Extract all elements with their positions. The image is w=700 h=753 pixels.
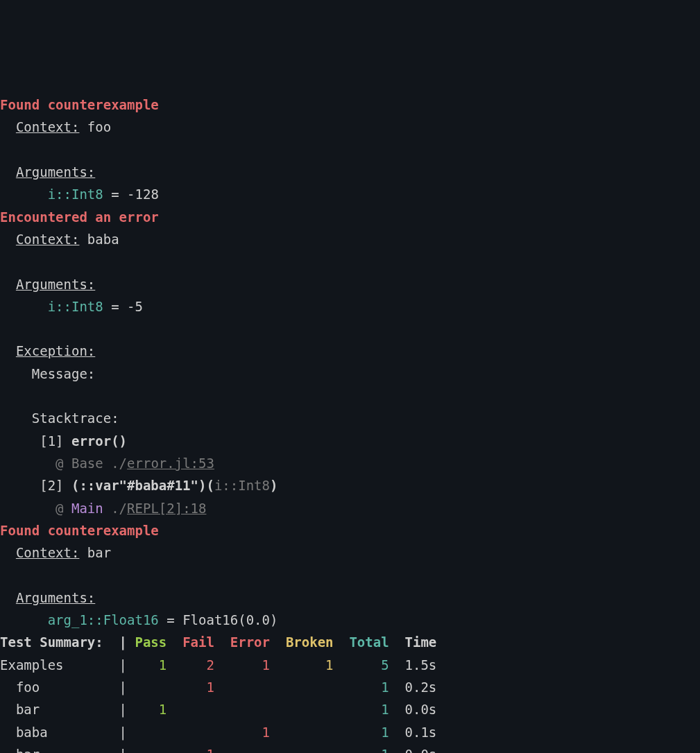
cell-time: 1.5s bbox=[405, 657, 437, 673]
arg-type: Float16 bbox=[103, 612, 159, 628]
summary-data-row: bar | 1 1 0.0s bbox=[0, 743, 700, 753]
cell-broken bbox=[286, 702, 334, 717]
frame-index: [1] bbox=[40, 433, 71, 449]
cell-error bbox=[230, 680, 270, 695]
arguments-label: Arguments: bbox=[16, 590, 95, 605]
cell-error: 1 bbox=[230, 657, 270, 673]
context-value: bar bbox=[87, 545, 111, 560]
frame-arg: i::Int8 bbox=[214, 478, 270, 493]
section-heading: Found counterexample bbox=[0, 523, 159, 538]
col-pass: Pass bbox=[135, 634, 167, 650]
context-value: foo bbox=[87, 119, 111, 135]
cell-fail: 2 bbox=[182, 657, 214, 673]
arg-type: Int8 bbox=[71, 299, 103, 314]
context-row: Context: bar bbox=[0, 542, 700, 564]
terminal-output: Found counterexample Context: foo Argume… bbox=[0, 94, 700, 753]
cell-pass: 1 bbox=[135, 702, 167, 717]
blank-line bbox=[0, 142, 8, 157]
cell-total: 5 bbox=[349, 657, 389, 673]
cell-broken: 1 bbox=[286, 657, 334, 673]
cell-fail: 1 bbox=[182, 680, 214, 695]
arg-name: i bbox=[48, 299, 56, 314]
row-name: bar bbox=[0, 747, 111, 753]
frame-file: REPL[2]:18 bbox=[127, 501, 206, 516]
cell-total: 1 bbox=[349, 725, 389, 740]
context-row: Context: baba bbox=[0, 228, 700, 250]
col-error: Error bbox=[230, 634, 270, 650]
cell-broken bbox=[286, 747, 334, 753]
frame-module: Base bbox=[71, 456, 103, 471]
cell-time: 0.0s bbox=[405, 702, 437, 717]
summary-data-row: baba | 1 1 0.1s bbox=[0, 721, 700, 743]
row-name: bar bbox=[0, 702, 111, 717]
cell-total: 1 bbox=[349, 680, 389, 695]
row-name: foo bbox=[0, 680, 111, 695]
cell-pass bbox=[135, 747, 167, 753]
frame-signature: error() bbox=[71, 433, 127, 449]
exception-label: Exception: bbox=[16, 343, 95, 358]
col-fail: Fail bbox=[182, 634, 214, 650]
cell-time: 0.1s bbox=[405, 725, 437, 740]
stacktrace-label-row: Stacktrace: bbox=[0, 407, 700, 429]
argument-row: i::Int8 = -5 bbox=[0, 295, 700, 318]
cell-error bbox=[230, 747, 270, 753]
stack-frame-row: [1] error() bbox=[0, 430, 700, 452]
arg-value: -128 bbox=[127, 187, 159, 202]
section-heading-row: Encountered an error bbox=[0, 206, 700, 228]
blank-line bbox=[0, 321, 8, 336]
argument-row: i::Int8 = -128 bbox=[0, 183, 700, 205]
cell-time: 0.0s bbox=[405, 747, 437, 753]
arguments-label-row: Arguments: bbox=[0, 587, 700, 609]
context-label: Context: bbox=[16, 119, 80, 135]
arg-name: arg_1 bbox=[48, 612, 87, 628]
frame-index: [2] bbox=[40, 478, 71, 493]
cell-broken bbox=[286, 725, 334, 740]
cell-broken bbox=[286, 680, 334, 695]
col-broken: Broken bbox=[286, 634, 334, 650]
summary-data-row: bar | 1 1 0.0s bbox=[0, 698, 700, 720]
arg-type: Int8 bbox=[71, 187, 103, 202]
context-label: Context: bbox=[16, 545, 80, 560]
at-symbol: @ bbox=[56, 501, 71, 516]
cell-total: 1 bbox=[349, 747, 389, 753]
blank-line bbox=[0, 254, 8, 269]
arguments-label-row: Arguments: bbox=[0, 161, 700, 183]
section-heading: Encountered an error bbox=[0, 209, 159, 225]
frame-signature: (::var"#baba#11")( bbox=[71, 478, 214, 493]
cell-fail bbox=[182, 725, 214, 740]
arg-value: -5 bbox=[127, 299, 143, 314]
stack-location-row: @ Main ./REPL[2]:18 bbox=[0, 497, 700, 519]
arguments-label: Arguments: bbox=[16, 164, 95, 180]
col-time: Time bbox=[405, 634, 437, 650]
argument-row: arg_1::Float16 = Float16(0.0) bbox=[0, 609, 700, 631]
context-value: baba bbox=[87, 232, 119, 247]
cell-fail bbox=[182, 702, 214, 717]
blank-line bbox=[0, 388, 8, 404]
summary-header-row: Test Summary: | Pass Fail Error Broken T… bbox=[0, 631, 700, 653]
row-name: Examples bbox=[0, 657, 111, 673]
cell-fail: 1 bbox=[182, 747, 214, 753]
cell-total: 1 bbox=[349, 702, 389, 717]
cell-error bbox=[230, 702, 270, 717]
arguments-label: Arguments: bbox=[16, 277, 95, 292]
stack-location-row: @ Base ./error.jl:53 bbox=[0, 452, 700, 474]
exception-label-row: Exception: bbox=[0, 340, 700, 362]
cell-error: 1 bbox=[230, 725, 270, 740]
frame-file: error.jl:53 bbox=[127, 456, 214, 471]
stacktrace-label: Stacktrace: bbox=[32, 410, 119, 426]
frame-module: Main bbox=[71, 501, 103, 516]
arguments-label-row: Arguments: bbox=[0, 273, 700, 295]
cell-time: 0.2s bbox=[405, 680, 437, 695]
summary-data-row: Examples | 1 2 1 1 5 1.5s bbox=[0, 654, 700, 676]
summary-data-row: foo | 1 1 0.2s bbox=[0, 676, 700, 698]
cell-pass bbox=[135, 680, 167, 695]
cell-pass bbox=[135, 725, 167, 740]
context-label: Context: bbox=[16, 232, 80, 247]
cell-pass: 1 bbox=[135, 657, 167, 673]
section-heading-row: Found counterexample bbox=[0, 94, 700, 116]
stack-frame-row: [2] (::var"#baba#11")(i::Int8) bbox=[0, 474, 700, 496]
arg-name: i bbox=[48, 187, 56, 202]
message-label: Message: bbox=[32, 366, 96, 381]
summary-heading: Test Summary: bbox=[0, 634, 111, 650]
arg-value: Float16(0.0) bbox=[182, 612, 278, 628]
